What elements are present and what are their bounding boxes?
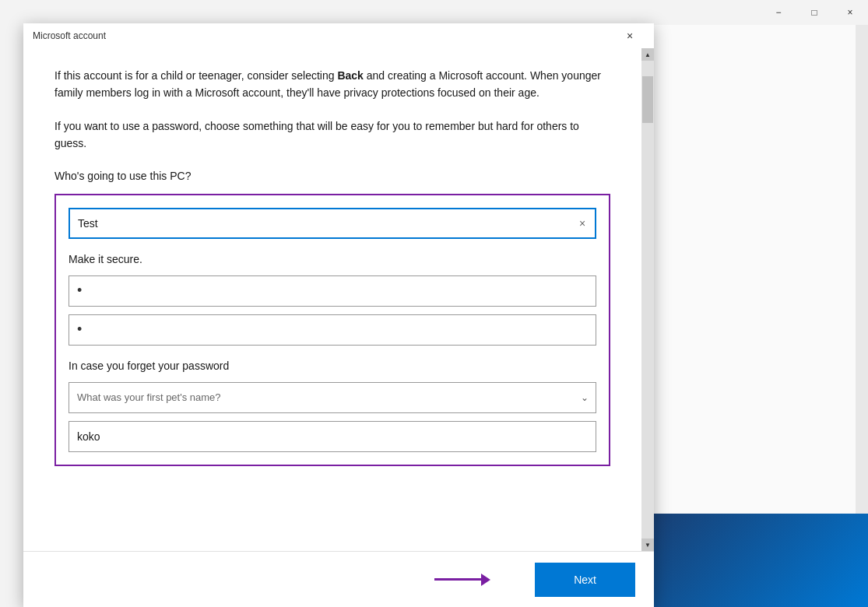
dialog-content-area: If this account is for a child or teenag… [23,48,641,551]
bg-close-btn[interactable]: × [832,0,868,25]
dialog-close-btn[interactable]: × [612,23,648,48]
dialog-titlebar: Microsoft account × [23,23,654,48]
scrollbar-up-arrow[interactable]: ▲ [641,48,654,61]
next-arrow [434,574,490,586]
next-button[interactable]: Next [535,563,635,597]
confirm-password-input[interactable] [69,314,596,346]
bg-maximize-btn[interactable]: □ [796,0,832,25]
intro-paragraph-2: If you want to use a password, choose so… [54,118,610,153]
name-field-wrapper: × [69,208,596,239]
scrollbar-down-arrow[interactable]: ▼ [641,539,654,551]
security-answer-input[interactable] [69,421,596,452]
security-question-wrapper: What was your first pet's name? What is … [69,382,596,413]
dialog-body: If this account is for a child or teenag… [23,48,654,551]
username-input[interactable] [69,208,596,239]
dialog-controls: × [612,23,648,48]
back-bold: Back [337,69,363,82]
arrow-head [481,574,490,586]
dialog-title: Microsoft account [33,30,106,41]
forget-password-label: In case you forget your password [69,358,596,374]
arrow-line [434,578,481,581]
security-question-select[interactable]: What was your first pet's name? What is … [69,382,596,413]
microsoft-account-dialog: Microsoft account × If this account is f… [23,23,654,607]
scrollbar-thumb[interactable] [642,76,653,123]
bg-window-controls: − □ × [761,0,868,25]
bg-titlebar: − □ × [0,0,868,25]
dialog-scrollbar: ▲ ▼ [641,48,654,551]
make-secure-label: Make it secure. [69,251,596,268]
password-input[interactable] [69,275,596,307]
scrollbar-track [641,61,654,539]
clear-name-button[interactable]: × [575,216,590,231]
who-label: Who's going to use this PC? [54,168,610,184]
desktop: − □ × Add account Microsoft account × [0,0,868,607]
form-container: × Make it secure. In case you forget you… [54,194,610,466]
intro-text-prefix: If this account is for a child or teenag… [54,69,337,82]
intro-paragraph-1: If this account is for a child or teenag… [54,67,610,102]
dialog-footer: Next [23,551,654,607]
bg-bottom-decoration [634,514,868,607]
bg-minimize-btn[interactable]: − [761,0,796,25]
